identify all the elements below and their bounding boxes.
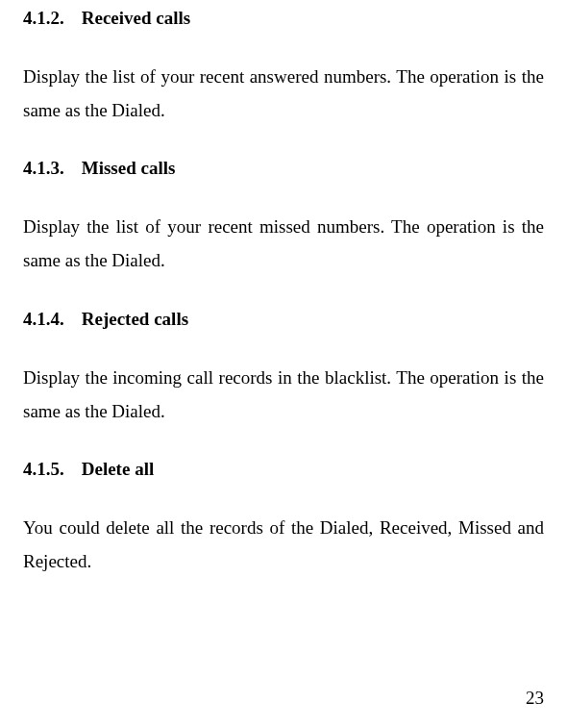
heading: 4.1.4.Rejected calls xyxy=(23,309,544,330)
heading-number: 4.1.4. xyxy=(23,309,64,330)
section-received-calls: 4.1.2.Received calls Display the list of… xyxy=(23,8,544,127)
body-text: Display the list of your recent missed n… xyxy=(23,210,544,277)
section-delete-all: 4.1.5.Delete all You could delete all th… xyxy=(23,459,544,578)
body-text: You could delete all the records of the … xyxy=(23,511,544,578)
heading: 4.1.5.Delete all xyxy=(23,459,544,480)
body-text: Display the list of your recent answered… xyxy=(23,60,544,127)
heading-number: 4.1.5. xyxy=(23,459,64,480)
section-missed-calls: 4.1.3.Missed calls Display the list of y… xyxy=(23,158,544,277)
heading-number: 4.1.2. xyxy=(23,8,64,29)
page-number: 23 xyxy=(526,688,544,709)
heading: 4.1.3.Missed calls xyxy=(23,158,544,179)
heading-title: Missed calls xyxy=(82,158,176,178)
heading-title: Delete all xyxy=(82,459,154,479)
heading: 4.1.2.Received calls xyxy=(23,8,544,29)
heading-title: Rejected calls xyxy=(82,309,188,329)
section-rejected-calls: 4.1.4.Rejected calls Display the incomin… xyxy=(23,309,544,428)
body-text: Display the incoming call records in the… xyxy=(23,361,544,428)
heading-title: Received calls xyxy=(82,8,190,28)
heading-number: 4.1.3. xyxy=(23,158,64,179)
